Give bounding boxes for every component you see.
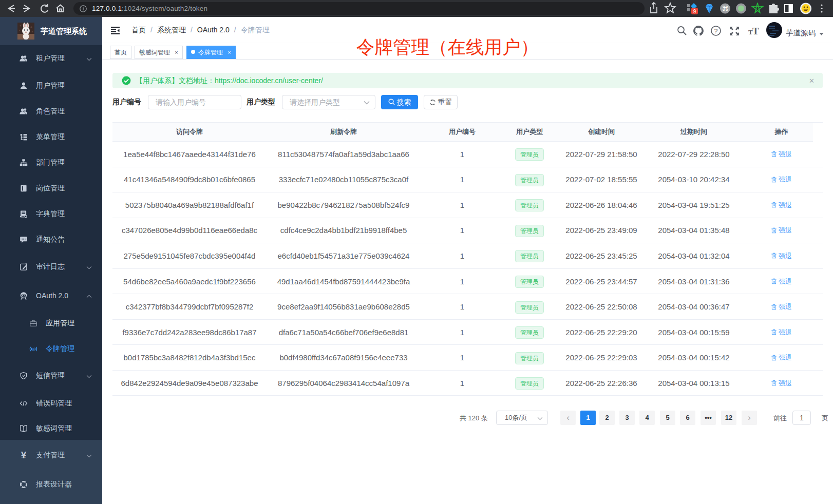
svg-text:T: T: [752, 26, 759, 36]
svg-text:⌘: ⌘: [722, 5, 729, 12]
svg-text:?: ?: [714, 28, 718, 35]
svg-text:9: 9: [693, 9, 696, 14]
svg-text:a: a: [32, 347, 35, 352]
